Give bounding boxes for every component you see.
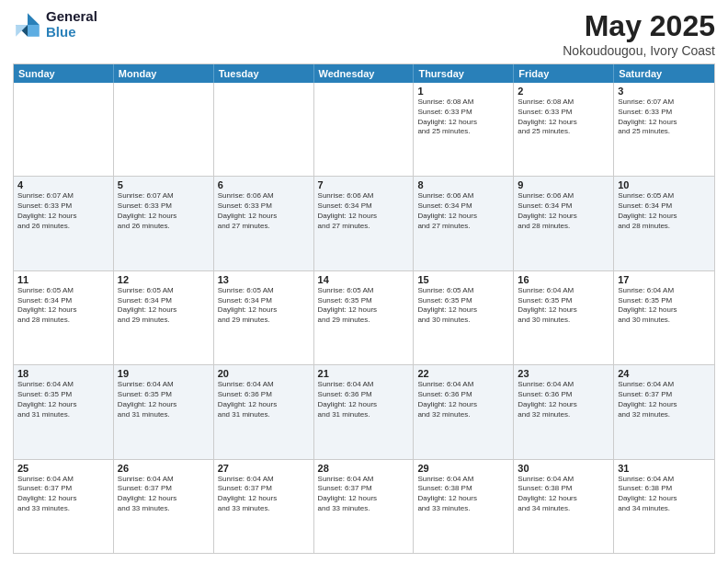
- calendar-cell-3-4: 14Sunrise: 6:05 AM Sunset: 6:35 PM Dayli…: [314, 271, 415, 364]
- day-number: 29: [417, 463, 509, 474]
- calendar-cell-1-1: [14, 83, 114, 176]
- day-info: Sunrise: 6:04 AM Sunset: 6:38 PM Dayligh…: [618, 475, 711, 514]
- header-day-tuesday: Tuesday: [214, 64, 314, 83]
- calendar-cell-1-4: [314, 83, 415, 176]
- day-info: Sunrise: 6:04 AM Sunset: 6:37 PM Dayligh…: [218, 475, 310, 514]
- day-number: 14: [318, 274, 410, 285]
- day-number: 10: [618, 179, 711, 190]
- day-info: Sunrise: 6:04 AM Sunset: 6:38 PM Dayligh…: [417, 475, 509, 514]
- day-number: 3: [618, 86, 711, 97]
- calendar-cell-5-7: 31Sunrise: 6:04 AM Sunset: 6:38 PM Dayli…: [614, 460, 714, 553]
- day-number: 25: [17, 463, 109, 474]
- calendar-cell-4-5: 22Sunrise: 6:04 AM Sunset: 6:36 PM Dayli…: [414, 365, 514, 458]
- day-number: 28: [318, 463, 410, 474]
- day-info: Sunrise: 6:04 AM Sunset: 6:37 PM Dayligh…: [118, 475, 210, 514]
- calendar-cell-4-2: 19Sunrise: 6:04 AM Sunset: 6:35 PM Dayli…: [114, 365, 214, 458]
- day-number: 2: [518, 86, 609, 97]
- calendar-cell-5-6: 30Sunrise: 6:04 AM Sunset: 6:38 PM Dayli…: [514, 460, 614, 553]
- day-number: 27: [218, 463, 310, 474]
- calendar-cell-2-4: 7Sunrise: 6:06 AM Sunset: 6:34 PM Daylig…: [314, 177, 415, 270]
- calendar-cell-1-6: 2Sunrise: 6:08 AM Sunset: 6:33 PM Daylig…: [514, 83, 614, 176]
- day-number: 4: [17, 179, 109, 190]
- logo-line1: General: [46, 9, 97, 25]
- day-info: Sunrise: 6:04 AM Sunset: 6:35 PM Dayligh…: [518, 286, 609, 326]
- logo-line2: Blue: [46, 25, 97, 40]
- header: General Blue May 2025 Nokoudougou, Ivory…: [13, 9, 715, 58]
- svg-marker-1: [28, 13, 40, 25]
- day-number: 6: [218, 179, 310, 190]
- calendar-cell-3-7: 17Sunrise: 6:04 AM Sunset: 6:35 PM Dayli…: [614, 271, 714, 364]
- calendar-cell-4-7: 24Sunrise: 6:04 AM Sunset: 6:37 PM Dayli…: [614, 365, 714, 458]
- title-block: May 2025 Nokoudougou, Ivory Coast: [563, 9, 715, 58]
- day-info: Sunrise: 6:04 AM Sunset: 6:37 PM Dayligh…: [618, 380, 711, 419]
- logo-icon: [13, 10, 42, 40]
- calendar-row-1: 1Sunrise: 6:08 AM Sunset: 6:33 PM Daylig…: [14, 83, 714, 176]
- day-number: 16: [518, 274, 609, 285]
- calendar-cell-5-2: 26Sunrise: 6:04 AM Sunset: 6:37 PM Dayli…: [114, 460, 214, 553]
- calendar-cell-2-3: 6Sunrise: 6:06 AM Sunset: 6:33 PM Daylig…: [214, 177, 314, 270]
- day-number: 15: [417, 274, 509, 285]
- day-number: 7: [318, 179, 410, 190]
- calendar-cell-3-2: 12Sunrise: 6:05 AM Sunset: 6:34 PM Dayli…: [114, 271, 214, 364]
- day-number: 30: [518, 463, 609, 474]
- header-day-monday: Monday: [114, 64, 214, 83]
- calendar-cell-2-7: 10Sunrise: 6:05 AM Sunset: 6:34 PM Dayli…: [614, 177, 714, 270]
- day-number: 8: [417, 179, 509, 190]
- day-info: Sunrise: 6:04 AM Sunset: 6:36 PM Dayligh…: [518, 380, 609, 419]
- logo: General Blue: [13, 9, 97, 40]
- day-info: Sunrise: 6:05 AM Sunset: 6:34 PM Dayligh…: [618, 191, 711, 231]
- day-info: Sunrise: 6:04 AM Sunset: 6:35 PM Dayligh…: [118, 380, 210, 419]
- calendar-row-2: 4Sunrise: 6:07 AM Sunset: 6:33 PM Daylig…: [14, 176, 714, 270]
- day-info: Sunrise: 6:06 AM Sunset: 6:33 PM Dayligh…: [218, 191, 310, 231]
- day-info: Sunrise: 6:05 AM Sunset: 6:34 PM Dayligh…: [17, 286, 109, 326]
- day-info: Sunrise: 6:04 AM Sunset: 6:37 PM Dayligh…: [318, 475, 410, 514]
- calendar-cell-5-1: 25Sunrise: 6:04 AM Sunset: 6:37 PM Dayli…: [14, 460, 114, 553]
- day-number: 21: [318, 368, 410, 379]
- day-info: Sunrise: 6:05 AM Sunset: 6:34 PM Dayligh…: [218, 286, 310, 326]
- header-day-saturday: Saturday: [614, 64, 714, 83]
- calendar-cell-3-3: 13Sunrise: 6:05 AM Sunset: 6:34 PM Dayli…: [214, 271, 314, 364]
- calendar-cell-4-1: 18Sunrise: 6:04 AM Sunset: 6:35 PM Dayli…: [14, 365, 114, 458]
- day-info: Sunrise: 6:07 AM Sunset: 6:33 PM Dayligh…: [17, 191, 109, 231]
- calendar-cell-1-2: [114, 83, 214, 176]
- calendar-cell-2-5: 8Sunrise: 6:06 AM Sunset: 6:34 PM Daylig…: [414, 177, 514, 270]
- calendar-cell-5-5: 29Sunrise: 6:04 AM Sunset: 6:38 PM Dayli…: [414, 460, 514, 553]
- header-day-wednesday: Wednesday: [314, 64, 415, 83]
- logo-text: General Blue: [46, 9, 97, 40]
- day-info: Sunrise: 6:04 AM Sunset: 6:38 PM Dayligh…: [518, 475, 609, 514]
- day-number: 31: [618, 463, 711, 474]
- day-number: 24: [618, 368, 711, 379]
- day-info: Sunrise: 6:05 AM Sunset: 6:34 PM Dayligh…: [118, 286, 210, 326]
- day-info: Sunrise: 6:04 AM Sunset: 6:37 PM Dayligh…: [17, 475, 109, 514]
- calendar-cell-3-1: 11Sunrise: 6:05 AM Sunset: 6:34 PM Dayli…: [14, 271, 114, 364]
- calendar-row-4: 18Sunrise: 6:04 AM Sunset: 6:35 PM Dayli…: [14, 364, 714, 458]
- day-info: Sunrise: 6:06 AM Sunset: 6:34 PM Dayligh…: [318, 191, 410, 231]
- page: General Blue May 2025 Nokoudougou, Ivory…: [0, 0, 728, 563]
- calendar-cell-1-5: 1Sunrise: 6:08 AM Sunset: 6:33 PM Daylig…: [414, 83, 514, 176]
- day-info: Sunrise: 6:07 AM Sunset: 6:33 PM Dayligh…: [118, 191, 210, 231]
- calendar-row-5: 25Sunrise: 6:04 AM Sunset: 6:37 PM Dayli…: [14, 459, 714, 553]
- day-number: 18: [17, 368, 109, 379]
- header-day-friday: Friday: [514, 64, 614, 83]
- day-info: Sunrise: 6:08 AM Sunset: 6:33 PM Dayligh…: [518, 98, 609, 137]
- calendar-cell-4-3: 20Sunrise: 6:04 AM Sunset: 6:36 PM Dayli…: [214, 365, 314, 458]
- day-number: 23: [518, 368, 609, 379]
- calendar-cell-4-6: 23Sunrise: 6:04 AM Sunset: 6:36 PM Dayli…: [514, 365, 614, 458]
- day-number: 19: [118, 368, 210, 379]
- day-number: 1: [417, 86, 509, 97]
- day-info: Sunrise: 6:07 AM Sunset: 6:33 PM Dayligh…: [618, 98, 711, 137]
- day-number: 13: [218, 274, 310, 285]
- calendar-cell-2-2: 5Sunrise: 6:07 AM Sunset: 6:33 PM Daylig…: [114, 177, 214, 270]
- day-number: 11: [17, 274, 109, 285]
- calendar: SundayMondayTuesdayWednesdayThursdayFrid…: [13, 63, 715, 554]
- subtitle: Nokoudougou, Ivory Coast: [563, 43, 715, 58]
- day-number: 17: [618, 274, 711, 285]
- main-title: May 2025: [563, 9, 715, 43]
- calendar-cell-5-3: 27Sunrise: 6:04 AM Sunset: 6:37 PM Dayli…: [214, 460, 314, 553]
- day-number: 9: [518, 179, 609, 190]
- calendar-cell-3-5: 15Sunrise: 6:05 AM Sunset: 6:35 PM Dayli…: [414, 271, 514, 364]
- day-info: Sunrise: 6:05 AM Sunset: 6:35 PM Dayligh…: [417, 286, 509, 326]
- day-number: 12: [118, 274, 210, 285]
- day-number: 20: [218, 368, 310, 379]
- day-info: Sunrise: 6:06 AM Sunset: 6:34 PM Dayligh…: [417, 191, 509, 231]
